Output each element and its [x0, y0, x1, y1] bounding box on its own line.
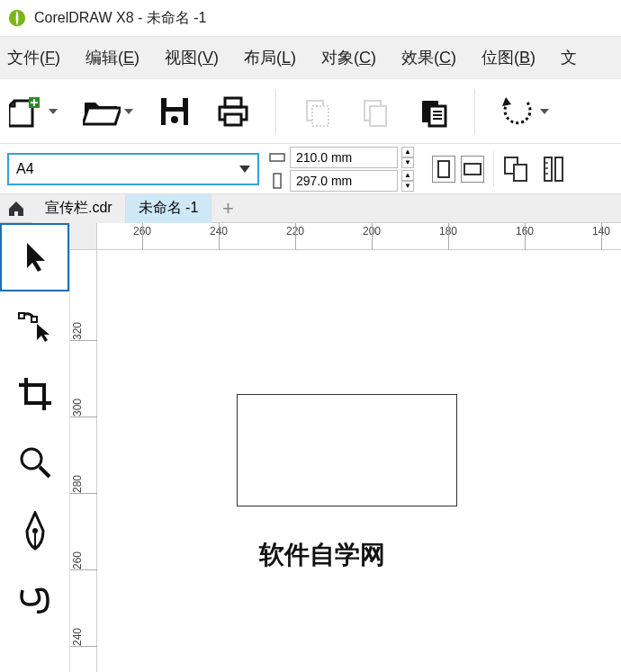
page-preset-value: A4 — [16, 161, 34, 177]
menu-layout[interactable]: 布局(L) — [244, 47, 296, 68]
menu-effect[interactable]: 效果(C) — [401, 47, 456, 68]
home-icon — [7, 200, 25, 218]
svg-rect-22 — [555, 157, 562, 181]
menu-bar: 文件(F) 编辑(E) 视图(V) 布局(L) 对象(C) 效果(C) 位图(B… — [0, 36, 621, 79]
svg-rect-10 — [312, 106, 328, 126]
width-icon — [268, 148, 286, 166]
vertical-ruler[interactable]: 320 300 280 260 240 — [70, 250, 97, 672]
add-tab-button[interactable]: + — [212, 197, 244, 220]
page-dimensions: 210.0 mm ▲▼ 297.0 mm ▲▼ — [268, 147, 414, 192]
magnifier-icon — [17, 444, 53, 480]
copy-button[interactable] — [359, 95, 392, 128]
svg-rect-23 — [19, 313, 24, 318]
cut-button[interactable] — [302, 95, 334, 128]
chevron-down-icon — [239, 164, 250, 175]
property-bar: A4 210.0 mm ▲▼ 297.0 mm ▲▼ — [0, 144, 621, 194]
chevron-down-icon — [49, 107, 58, 116]
units-button[interactable] — [543, 156, 564, 183]
tab-document-0[interactable]: 宣传栏.cdr — [32, 194, 126, 223]
menu-bitmap[interactable]: 位图(B) — [482, 47, 536, 68]
page-preset-dropdown[interactable]: A4 — [7, 153, 259, 185]
menu-view[interactable]: 视图(V) — [165, 47, 219, 68]
pick-tool[interactable] — [0, 223, 69, 291]
editor-area: 260 240 220 200 180 160 140 320 300 280 … — [70, 223, 621, 672]
workspace: 260 240 220 200 180 160 140 320 300 280 … — [0, 223, 621, 672]
title-bar: CorelDRAW X8 - 未命名 -1 — [0, 0, 621, 36]
separator — [493, 151, 494, 187]
svg-rect-24 — [32, 317, 37, 322]
undo-button[interactable] — [500, 95, 549, 128]
shape-edit-icon — [17, 308, 53, 344]
svg-point-26 — [32, 528, 38, 533]
save-button[interactable] — [158, 95, 191, 128]
svg-rect-8 — [225, 114, 241, 125]
landscape-button[interactable] — [461, 156, 484, 183]
page-height-field[interactable]: 297.0 mm — [290, 170, 398, 192]
pen-tool[interactable] — [0, 497, 69, 565]
chevron-down-icon — [124, 107, 133, 116]
ruler-corner[interactable] — [70, 223, 97, 250]
menu-object[interactable]: 对象(C) — [321, 47, 376, 68]
orientation-group — [432, 156, 484, 183]
app-logo-icon — [7, 8, 27, 28]
portrait-button[interactable] — [432, 156, 455, 183]
canvas[interactable]: 软件自学网 — [97, 250, 621, 672]
document-tabs: 宣传栏.cdr 未命名 -1 + — [0, 194, 621, 223]
svg-rect-12 — [370, 106, 386, 126]
menu-file[interactable]: 文件(F) — [7, 47, 60, 68]
zoom-tool[interactable] — [0, 428, 69, 497]
svg-rect-18 — [464, 164, 481, 175]
canvas-text-object[interactable]: 软件自学网 — [259, 538, 385, 572]
height-icon — [268, 172, 286, 190]
svg-point-5 — [171, 116, 178, 123]
shape-tool[interactable] — [0, 291, 69, 360]
new-document-button[interactable] — [9, 94, 58, 130]
svg-rect-20 — [514, 165, 526, 181]
crop-tool[interactable] — [0, 360, 69, 428]
svg-rect-16 — [274, 174, 281, 188]
svg-rect-3 — [166, 98, 183, 107]
standard-toolbar — [0, 79, 621, 144]
horizontal-ruler[interactable]: 260 240 220 200 180 160 140 — [97, 223, 621, 250]
svg-point-25 — [22, 449, 41, 469]
toolbox — [0, 223, 70, 672]
pen-nib-icon — [20, 511, 50, 551]
separator — [474, 89, 475, 134]
menu-edit[interactable]: 编辑(E) — [86, 47, 140, 68]
separator — [275, 89, 276, 134]
window-title: CorelDRAW X8 - 未命名 -1 — [34, 9, 206, 28]
page-width-field[interactable]: 210.0 mm — [290, 147, 398, 168]
page-rectangle[interactable] — [237, 394, 457, 506]
svg-rect-21 — [544, 157, 552, 181]
tab-document-1[interactable]: 未命名 -1 — [126, 194, 212, 223]
open-button[interactable] — [83, 95, 133, 128]
page-options-button[interactable] — [503, 156, 534, 183]
pointer-icon — [20, 239, 50, 275]
freehand-tool[interactable] — [0, 565, 69, 633]
svg-rect-15 — [270, 154, 284, 161]
height-spinner[interactable]: ▲▼ — [401, 170, 414, 192]
chevron-down-icon — [540, 107, 549, 116]
menu-text[interactable]: 文 — [561, 47, 577, 68]
home-tab-button[interactable] — [0, 200, 32, 218]
paste-button[interactable] — [417, 95, 449, 128]
print-button[interactable] — [216, 94, 250, 129]
freehand-icon — [17, 581, 53, 617]
width-spinner[interactable]: ▲▼ — [401, 147, 414, 168]
svg-rect-17 — [438, 161, 449, 177]
crop-icon — [17, 376, 53, 412]
